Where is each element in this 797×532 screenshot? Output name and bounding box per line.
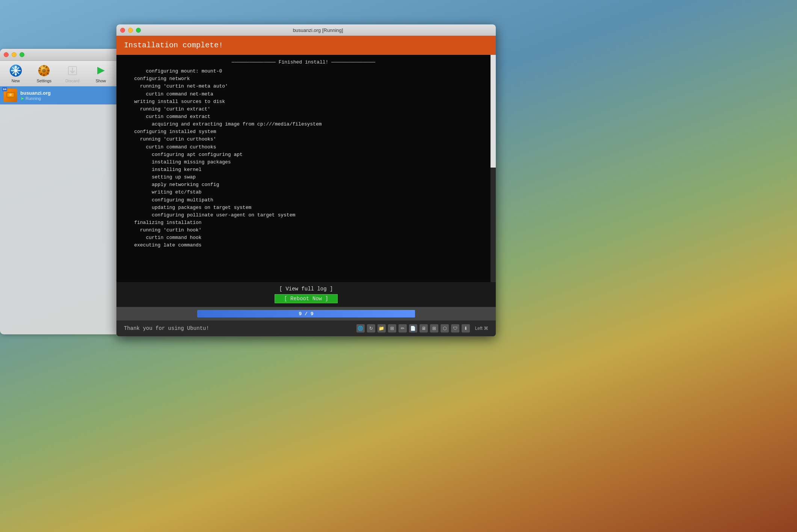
terminal-line-16: writing etc/fstab	[122, 189, 485, 196]
vm-icon: 64	[4, 89, 17, 102]
discard-button-label: Discard	[65, 79, 79, 83]
terminal-line-14: setting up swap	[122, 174, 485, 181]
new-button[interactable]: New	[5, 64, 26, 83]
vm-window: busuanzi.org [Running] Installation comp…	[116, 24, 496, 336]
footer-icon-download[interactable]: ⬇	[462, 324, 470, 332]
vm-footer: Thank you for using Ubuntu! 🌐 ↻ 📁 ⊞ ✏ 📄 …	[116, 320, 496, 336]
scrollbar-track[interactable]	[491, 55, 496, 282]
svg-rect-11	[44, 65, 45, 67]
footer-icon-folder[interactable]: 📁	[377, 324, 386, 332]
close-button[interactable]	[4, 52, 9, 57]
virtualbox-manager-panel: New	[0, 49, 116, 334]
vm-list: 64 busuanzi.org ➤ Running	[0, 86, 116, 104]
installation-complete-text: Installation complete!	[124, 41, 223, 50]
show-button-label: Show	[95, 79, 106, 83]
vm-close-button[interactable]	[120, 28, 125, 33]
vm-arch-badge: 64	[2, 87, 7, 91]
terminal-line-6: curtin command extract	[122, 113, 485, 121]
progress-bar-area: 9 / 9	[116, 307, 496, 320]
terminal-line-19: configuring pollinate user-agent on targ…	[122, 212, 485, 219]
panel-titlebar	[0, 49, 116, 61]
discard-icon	[66, 64, 79, 77]
footer-icon-grid[interactable]: ⊞	[430, 324, 438, 332]
show-icon	[94, 64, 107, 77]
terminal-header: ——————————————— Finished install! ——————…	[122, 59, 485, 66]
svg-rect-13	[38, 70, 41, 71]
discard-button[interactable]: Discard	[62, 64, 83, 83]
terminal-line-0: configuring mount: mount-0	[122, 68, 485, 75]
terminal-line-13: installing kernel	[122, 166, 485, 174]
vm-minimize-button[interactable]	[128, 28, 133, 33]
vm-window-titlebar: busuanzi.org [Running]	[116, 24, 496, 36]
terminal-line-21: running 'curtin hook'	[122, 227, 485, 234]
new-icon	[9, 64, 23, 77]
svg-rect-25	[9, 98, 12, 99]
settings-button[interactable]: Settings	[34, 64, 54, 83]
footer-icon-monitor[interactable]: 🖥	[420, 324, 428, 332]
terminal-line-2: running 'curtin net-meta auto'	[122, 83, 485, 90]
vm-window-title: busuanzi.org [Running]	[144, 27, 492, 33]
terminal-line-20: finalizing installation	[122, 219, 485, 227]
svg-rect-12	[44, 74, 45, 76]
terminal-line-7: acquiring and extracting image from cp:/…	[122, 121, 485, 128]
terminal-line-11: configuring apt configuring apt	[122, 151, 485, 159]
terminal-area: ——————————————— Finished install! ——————…	[116, 55, 496, 282]
vm-installation-header: Installation complete!	[116, 36, 496, 55]
terminal-line-12: installing missing packages	[122, 159, 485, 166]
view-log-button[interactable]: [ View full log ]	[279, 286, 333, 292]
progress-track: 9 / 9	[197, 310, 415, 317]
footer-icons: 🌐 ↻ 📁 ⊞ ✏ 📄 🖥 ⊞ ⬡ 🛡 ⬇ Left ⌘	[356, 324, 488, 332]
reboot-now-button[interactable]: [ Reboot Now ]	[275, 294, 338, 303]
footer-icon-terminal[interactable]: ⊞	[388, 324, 396, 332]
terminal-content: ——————————————— Finished install! ——————…	[116, 55, 491, 282]
footer-shortcut-text: Left ⌘	[475, 326, 488, 331]
maximize-button[interactable]	[20, 52, 24, 57]
new-button-label: New	[12, 79, 20, 83]
vm-info: busuanzi.org ➤ Running	[20, 90, 51, 101]
terminal-line-23: executing late commands	[122, 242, 485, 249]
vm-name: busuanzi.org	[20, 90, 51, 96]
terminal-line-1: configuring network	[122, 75, 485, 83]
svg-rect-26	[10, 99, 11, 100]
svg-point-10	[42, 69, 46, 73]
vm-item-busuanzi[interactable]: 64 busuanzi.org ➤ Running	[0, 86, 116, 104]
terminal-line-4: writing install sources to disk	[122, 98, 485, 106]
svg-marker-20	[97, 67, 105, 74]
footer-icon-network[interactable]: ⬡	[441, 324, 449, 332]
footer-icon-files[interactable]: 📄	[409, 324, 417, 332]
terminal-line-18: updating packages on target system	[122, 204, 485, 212]
terminal-line-10: curtin command curthooks	[122, 144, 485, 151]
terminal-line-8: configuring installed system	[122, 128, 485, 136]
settings-button-label: Settings	[36, 79, 51, 83]
footer-icon-globe[interactable]: 🌐	[356, 324, 365, 332]
vm-status: ➤ Running	[20, 96, 51, 101]
minimize-button[interactable]	[12, 52, 17, 57]
toolbar: New	[0, 61, 116, 86]
footer-icon-edit[interactable]: ✏	[398, 324, 407, 332]
show-button[interactable]: Show	[91, 64, 111, 83]
svg-rect-14	[47, 70, 50, 71]
footer-icon-shield[interactable]: 🛡	[451, 324, 459, 332]
footer-thank-you: Thank you for using Ubuntu!	[124, 325, 209, 331]
terminal-line-22: curtin command hook	[122, 234, 485, 242]
settings-icon	[37, 64, 51, 77]
svg-point-24	[9, 94, 12, 96]
progress-label: 9 / 9	[197, 311, 415, 317]
terminal-line-17: configuring multipath	[122, 196, 485, 204]
scrollbar-thumb[interactable]	[491, 55, 496, 168]
footer-icon-refresh[interactable]: ↻	[367, 324, 375, 332]
terminal-line-3: curtin command net-meta	[122, 91, 485, 98]
terminal-line-15: apply networking config	[122, 181, 485, 189]
terminal-line-5: running 'curtin extract'	[122, 106, 485, 113]
terminal-line-9: running 'curtin curthooks'	[122, 136, 485, 143]
vm-action-buttons: [ View full log ] [ Reboot Now ]	[116, 282, 496, 307]
status-arrow-icon: ➤	[20, 96, 24, 101]
vm-maximize-button[interactable]	[136, 28, 141, 33]
